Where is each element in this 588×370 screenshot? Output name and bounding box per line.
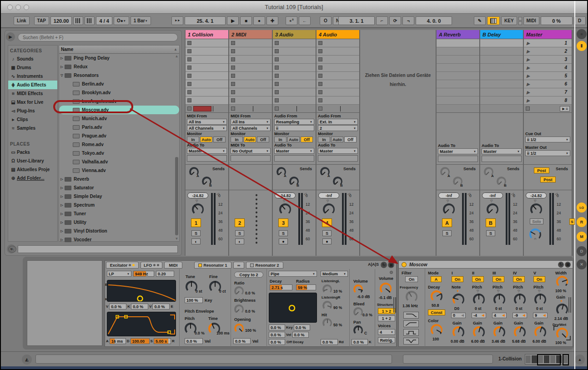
output-channel-box[interactable] bbox=[318, 155, 358, 162]
expand-arrow-icon[interactable]: ▷ bbox=[59, 186, 65, 190]
bleed-knob[interactable] bbox=[353, 307, 363, 317]
show-track-delay-toggle[interactable]: D bbox=[577, 246, 587, 256]
sidebar-category-item[interactable]: ◅ Plug-Ins bbox=[8, 106, 57, 115]
res-pan-knob[interactable] bbox=[353, 325, 363, 335]
scene-play-icon[interactable]: ▶ bbox=[527, 98, 530, 103]
show-crossfader-toggle[interactable]: ✕ bbox=[577, 259, 587, 269]
output-chooser[interactable]: Master bbox=[274, 148, 314, 154]
filter-on-button[interactable]: On bbox=[405, 276, 418, 282]
device-resize-handle[interactable] bbox=[568, 297, 572, 313]
scene-play-icon[interactable]: ▶ bbox=[527, 66, 530, 70]
mode-chooser[interactable]: A bbox=[431, 276, 442, 282]
resonator2-activator[interactable] bbox=[250, 264, 254, 267]
decay-field[interactable]: 100.00 bbox=[131, 338, 150, 344]
res-key2-field[interactable]: 0.0 % bbox=[294, 324, 310, 330]
scene-play-icon[interactable]: ▶ bbox=[527, 90, 530, 95]
output-channel-box[interactable] bbox=[482, 156, 522, 162]
automation-arm-button[interactable]: ∘° bbox=[286, 16, 297, 25]
computer-midi-keyboard-button[interactable] bbox=[487, 16, 500, 25]
volume-readout[interactable]: -Inf bbox=[482, 193, 503, 198]
quantization-menu[interactable]: O●▼ bbox=[114, 16, 129, 25]
ratio-knob[interactable] bbox=[234, 286, 244, 296]
output-chooser[interactable]: Master bbox=[438, 148, 478, 154]
nudge-down-button[interactable] bbox=[73, 16, 83, 25]
loop-button[interactable]: ⟳ bbox=[389, 16, 401, 25]
opening-knob[interactable] bbox=[234, 324, 244, 333]
resonator-position-display[interactable] bbox=[269, 293, 317, 323]
gain-knob[interactable] bbox=[452, 326, 464, 338]
volume-knob[interactable] bbox=[443, 203, 455, 215]
track-title[interactable]: B Delay bbox=[480, 30, 523, 39]
track-audio-3[interactable]: 3 Audio Audio From Resampling ii Monitor… bbox=[273, 30, 316, 256]
voices-chooser[interactable]: 4 bbox=[378, 329, 395, 335]
expand-arrow-icon[interactable]: ▷ bbox=[59, 221, 65, 224]
brightness-knob[interactable] bbox=[234, 304, 244, 314]
gain-knob[interactable] bbox=[473, 326, 485, 338]
punch-in-icon[interactable]: ⌐ bbox=[376, 16, 388, 25]
stop-all-clips-button[interactable]: ►≡ bbox=[560, 106, 570, 112]
output-chooser[interactable]: Master bbox=[187, 148, 227, 154]
sidebar-place-item[interactable]: ▭ Packs bbox=[8, 148, 57, 157]
solo-button[interactable]: S bbox=[279, 230, 288, 236]
time-signature-field[interactable]: 4 / 4 bbox=[96, 16, 112, 25]
volume-knob[interactable] bbox=[487, 203, 498, 215]
clip-slot[interactable] bbox=[186, 88, 228, 96]
input-type-chooser[interactable]: All Ins bbox=[187, 119, 227, 125]
volume-knob[interactable] bbox=[530, 203, 542, 215]
browser-item[interactable]: Vienna.adv bbox=[59, 166, 179, 175]
volume-knob[interactable] bbox=[279, 203, 291, 215]
tab-resonator-1[interactable]: Resonator 1 bbox=[194, 262, 231, 269]
clip-slot[interactable] bbox=[186, 56, 228, 64]
volume-readout[interactable]: -24.82 bbox=[187, 193, 208, 198]
browser-item[interactable]: ▷ Saturator bbox=[59, 183, 179, 192]
show-io-toggle[interactable]: I-O bbox=[577, 203, 587, 213]
device-title-bar[interactable]: Moscow ↻ ▣ bbox=[399, 261, 573, 269]
pitch-offset-field[interactable]: 0◀ bbox=[451, 313, 466, 318]
browser-item[interactable]: Brooklyn.adv bbox=[59, 88, 179, 97]
res-vel1-field[interactable]: 0.0 % bbox=[269, 332, 285, 338]
browser-item[interactable]: ▷ Tuner bbox=[59, 209, 179, 218]
clip-slot[interactable] bbox=[273, 80, 316, 88]
scene-play-icon[interactable]: ▶ bbox=[527, 41, 530, 46]
device-resize-handle[interactable] bbox=[393, 297, 397, 313]
key-tracking-field[interactable]: 100 % bbox=[185, 297, 203, 303]
solo-button[interactable]: S bbox=[486, 230, 495, 236]
monitor-switch[interactable]: InAutoOff bbox=[231, 137, 271, 142]
browser-item[interactable]: ▽ Resonators bbox=[59, 71, 179, 80]
gain-knob[interactable] bbox=[514, 326, 526, 338]
vel-amount-field[interactable]: 0.0 % bbox=[109, 304, 126, 309]
clip-slot[interactable] bbox=[273, 88, 316, 96]
output-chooser[interactable]: Master bbox=[482, 148, 522, 154]
clip-slot[interactable] bbox=[186, 64, 228, 72]
pitch-offset-field[interactable]: -9◀ bbox=[513, 313, 527, 318]
clip-slot[interactable] bbox=[186, 47, 228, 56]
scene-slot[interactable]: ▶ 7 bbox=[524, 88, 572, 96]
tab-resonator-2[interactable]: Resonator 2 bbox=[246, 262, 283, 269]
master-gain-knob[interactable] bbox=[556, 304, 568, 315]
clip-slot[interactable] bbox=[317, 96, 359, 105]
input-channel-chooser[interactable]: All Channels bbox=[187, 125, 227, 131]
resonator1-activator[interactable] bbox=[198, 264, 202, 267]
save-preset-icon[interactable]: ▣ bbox=[565, 262, 571, 268]
browser-item[interactable]: ▷ Spectrum bbox=[59, 201, 179, 209]
track-title[interactable]: 2 MIDI bbox=[229, 30, 272, 39]
stop-button[interactable]: ■ bbox=[240, 16, 252, 25]
pitch-knob[interactable] bbox=[452, 294, 464, 305]
vel2-amount-field[interactable]: 0.0 % bbox=[152, 304, 170, 309]
scroll-up-icon[interactable]: ▲ bbox=[175, 54, 179, 58]
decay-knob[interactable] bbox=[431, 290, 442, 302]
tab-midi[interactable]: MIDI bbox=[164, 262, 182, 269]
nudge-up-button[interactable] bbox=[85, 16, 95, 25]
draw-mode-button[interactable]: ✎ bbox=[474, 16, 486, 25]
browser-item[interactable]: Berlin.adv bbox=[59, 80, 179, 88]
list-header[interactable]: Name ▲ bbox=[59, 46, 179, 54]
show-mixer-toggle[interactable]: M bbox=[577, 232, 587, 242]
monitor-switch[interactable]: InAutoOff bbox=[274, 137, 314, 142]
opening-vel-field[interactable]: 0.0 % bbox=[233, 338, 251, 344]
cue-out-chooser[interactable]: ii 1/2 bbox=[525, 137, 570, 142]
clip-slot[interactable] bbox=[317, 88, 359, 96]
track-title[interactable]: A Reverb bbox=[437, 30, 479, 39]
resonator-link-icon[interactable]: ∞ bbox=[233, 262, 244, 269]
device-activator-icon[interactable] bbox=[402, 262, 407, 267]
track-status-row[interactable] bbox=[317, 105, 359, 113]
